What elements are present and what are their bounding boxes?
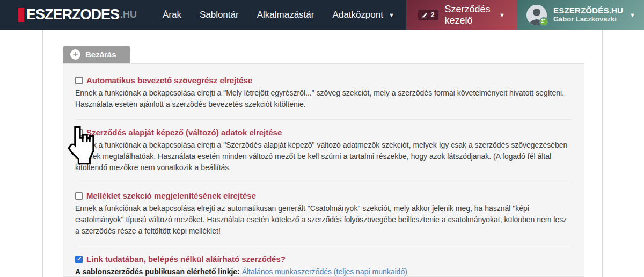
logo-suffix: .HU — [120, 9, 137, 20]
nav-item-alkalmazastar[interactable]: Alkalmazástár — [257, 10, 314, 20]
plus-circle-icon: + — [70, 49, 80, 60]
account-info: ESZERZŐDÉS.HU Gábor Laczkovszki — [553, 6, 623, 23]
tab-label: Bezárás — [85, 50, 116, 59]
setting-title[interactable]: Szerződés alapját képező (változó) adato… — [86, 128, 282, 137]
setting-description: Ennek a funkciónak a bekapcsolása elrejt… — [75, 203, 572, 237]
settings-panel: Automatikus bevezető szövegrész elrejtés… — [63, 63, 584, 277]
setting-title[interactable]: Melléklet szekció megjelenítésének elrej… — [86, 191, 256, 200]
site-logo[interactable]: ESZERZODES .HU — [0, 0, 163, 30]
setting-section-public-link: Link tudatában, belépés nélkül aláírható… — [75, 246, 572, 277]
account-user-name: Gábor Laczkovszki — [553, 16, 623, 23]
checkbox-hide-attachment-section[interactable] — [75, 192, 83, 200]
chevron-down-icon[interactable]: ▼ — [389, 12, 394, 18]
setting-title[interactable]: Link tudatában, belépés nélkül aláírható… — [86, 254, 286, 264]
pen-icon — [422, 11, 429, 18]
logo-red-bar-icon — [18, 8, 24, 22]
checkbox-hide-intro-text[interactable] — [75, 77, 83, 84]
nav-menu: Árak Sablontár Alkalmazástár Adatközpont… — [163, 0, 406, 30]
setting-section-variable-data: Szerződés alapját képező (változó) adato… — [75, 120, 572, 183]
person-plus-icon — [540, 18, 545, 23]
setting-section-attachment: Melléklet szekció megjelenítésének elrej… — [75, 183, 572, 246]
public-template-link[interactable]: Általános munkaszerződés (teljes napi mu… — [242, 267, 407, 276]
contract-manager-label: Szerződés kezelő — [445, 4, 493, 26]
account-org: ESZERZŐDÉS.HU — [553, 6, 623, 16]
logo-text: ESZERZODES — [26, 6, 119, 23]
page-container: + Bezárás Automatikus bevezető szövegrés… — [42, 30, 603, 277]
setting-description: Ennek a funkciónak a bekapcsolása elrejt… — [75, 140, 572, 173]
account-menu[interactable]: ESZERZŐDÉS.HU Gábor Laczkovszki ▼ — [517, 0, 644, 30]
nav-item-sablontar[interactable]: Sablontár — [200, 10, 239, 20]
checkbox-public-link-signable[interactable] — [75, 256, 83, 263]
setting-section-intro-text: Automatikus bevezető szövegrész elrejtés… — [75, 68, 572, 120]
chevron-down-icon: ▼ — [630, 12, 635, 18]
public-link-label: A sablonszerződés publikusan elérhető li… — [75, 267, 240, 276]
badge-count: 2 — [431, 11, 435, 19]
bezaras-tab[interactable]: + Bezárás — [63, 46, 130, 63]
nav-item-arak[interactable]: Árak — [163, 10, 181, 20]
setting-description: Ennek a funkciónak a bekapcsolása elrejt… — [75, 88, 572, 110]
setting-title[interactable]: Automatikus bevezető szövegrész elrejtés… — [86, 76, 252, 85]
chevron-down-icon: ▼ — [499, 12, 505, 18]
checkbox-hide-variable-data[interactable] — [75, 129, 83, 136]
contract-manager-menu[interactable]: 2 Szerződés kezelő ▼ — [406, 0, 517, 30]
contract-count-badge: 2 — [418, 10, 438, 20]
avatar — [526, 5, 547, 25]
nav-item-adatkozpont[interactable]: Adatközpont — [332, 10, 383, 20]
online-status-badge — [539, 17, 548, 26]
top-navbar: ESZERZODES .HU Árak Sablontár Alkalmazás… — [0, 0, 644, 30]
